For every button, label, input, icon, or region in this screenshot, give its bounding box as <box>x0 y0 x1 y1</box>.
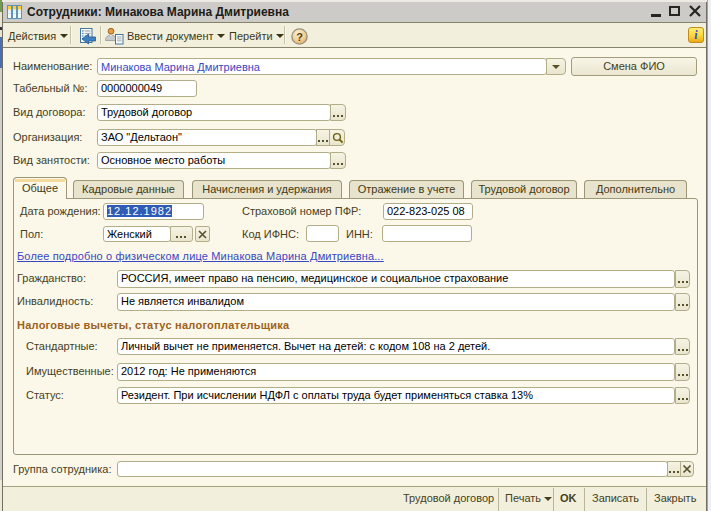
svg-text:?: ? <box>296 31 303 43</box>
